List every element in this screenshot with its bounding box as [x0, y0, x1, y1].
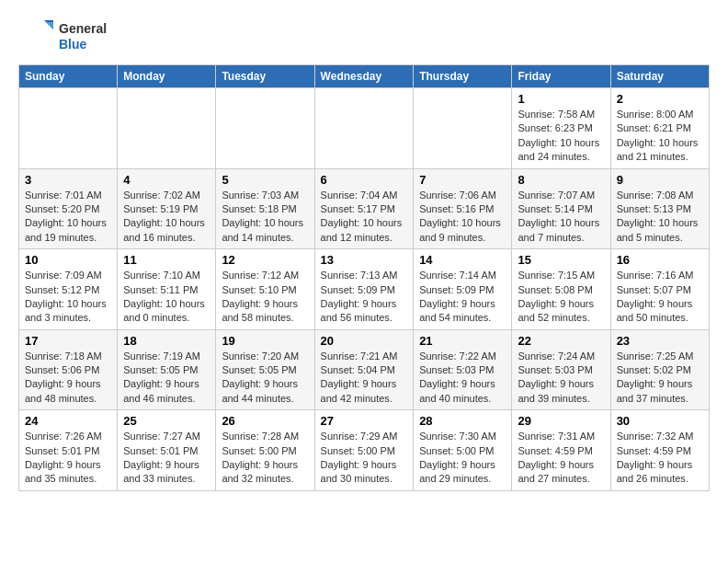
day-number: 7: [419, 173, 506, 187]
calendar-cell: 30Sunrise: 7:32 AMSunset: 4:59 PMDayligh…: [610, 410, 709, 491]
calendar-cell: 21Sunrise: 7:22 AMSunset: 5:03 PMDayligh…: [414, 329, 512, 410]
day-number: 23: [617, 334, 703, 348]
calendar-cell: 12Sunrise: 7:12 AMSunset: 5:10 PMDayligh…: [216, 249, 314, 330]
day-number: 8: [518, 173, 604, 187]
calendar-cell: 20Sunrise: 7:21 AMSunset: 5:04 PMDayligh…: [314, 329, 414, 410]
weekday-header-monday: Monday: [118, 65, 216, 88]
calendar-cell: [19, 88, 118, 169]
calendar-cell: 1Sunrise: 7:58 AMSunset: 6:23 PMDaylight…: [512, 88, 610, 169]
day-number: 15: [518, 253, 604, 267]
svg-marker-1: [46, 22, 53, 29]
calendar-cell: 7Sunrise: 7:06 AMSunset: 5:16 PMDaylight…: [414, 168, 512, 249]
day-info: Sunrise: 7:04 AMSunset: 5:17 PMDaylight:…: [321, 189, 408, 246]
day-info: Sunrise: 7:18 AMSunset: 5:06 PMDaylight:…: [25, 350, 111, 407]
day-info: Sunrise: 7:30 AMSunset: 5:00 PMDaylight:…: [419, 430, 506, 487]
weekday-header-tuesday: Tuesday: [216, 65, 314, 88]
calendar-cell: 9Sunrise: 7:08 AMSunset: 5:13 PMDaylight…: [610, 168, 709, 249]
calendar-cell: 22Sunrise: 7:24 AMSunset: 5:03 PMDayligh…: [512, 329, 610, 410]
day-info: Sunrise: 7:15 AMSunset: 5:08 PMDaylight:…: [518, 269, 604, 326]
calendar-cell: 3Sunrise: 7:01 AMSunset: 5:20 PMDaylight…: [19, 168, 118, 249]
logo-blue: Blue: [59, 37, 86, 52]
day-info: Sunrise: 7:13 AMSunset: 5:09 PMDaylight:…: [321, 269, 408, 326]
calendar-cell: 25Sunrise: 7:27 AMSunset: 5:01 PMDayligh…: [118, 410, 216, 491]
day-number: 18: [123, 334, 210, 348]
calendar-cell: 17Sunrise: 7:18 AMSunset: 5:06 PMDayligh…: [19, 329, 118, 410]
day-number: 30: [617, 414, 703, 428]
day-number: 10: [25, 253, 111, 267]
day-info: Sunrise: 7:03 AMSunset: 5:18 PMDaylight:…: [222, 189, 308, 246]
day-info: Sunrise: 7:19 AMSunset: 5:05 PMDaylight:…: [123, 350, 210, 407]
day-number: 9: [617, 173, 703, 187]
day-info: Sunrise: 7:28 AMSunset: 5:00 PMDaylight:…: [222, 430, 308, 487]
day-number: 19: [222, 334, 308, 348]
day-number: 29: [518, 414, 604, 428]
calendar-week-row: 3Sunrise: 7:01 AMSunset: 5:20 PMDaylight…: [19, 168, 710, 249]
weekday-header-friday: Friday: [512, 65, 610, 88]
day-info: Sunrise: 7:31 AMSunset: 4:59 PMDaylight:…: [518, 430, 604, 487]
logo-general: General: [59, 21, 107, 36]
calendar-cell: 13Sunrise: 7:13 AMSunset: 5:09 PMDayligh…: [314, 249, 414, 330]
day-info: Sunrise: 7:27 AMSunset: 5:01 PMDaylight:…: [123, 430, 210, 487]
logo-text-block: General Blue: [59, 21, 107, 52]
day-number: 24: [25, 414, 111, 428]
calendar-cell: 24Sunrise: 7:26 AMSunset: 5:01 PMDayligh…: [19, 410, 118, 491]
day-info: Sunrise: 7:07 AMSunset: 5:14 PMDaylight:…: [518, 189, 604, 246]
day-number: 21: [419, 334, 506, 348]
calendar-cell: 26Sunrise: 7:28 AMSunset: 5:00 PMDayligh…: [216, 410, 314, 491]
calendar-cell: 5Sunrise: 7:03 AMSunset: 5:18 PMDaylight…: [216, 168, 314, 249]
day-info: Sunrise: 7:25 AMSunset: 5:02 PMDaylight:…: [617, 350, 703, 407]
day-info: Sunrise: 7:29 AMSunset: 5:00 PMDaylight:…: [321, 430, 408, 487]
day-info: Sunrise: 7:02 AMSunset: 5:19 PMDaylight:…: [123, 189, 210, 246]
day-number: 27: [321, 414, 408, 428]
calendar-cell: 4Sunrise: 7:02 AMSunset: 5:19 PMDaylight…: [118, 168, 216, 249]
day-info: Sunrise: 7:16 AMSunset: 5:07 PMDaylight:…: [617, 269, 703, 326]
day-number: 11: [123, 253, 210, 267]
weekday-header-row: SundayMondayTuesdayWednesdayThursdayFrid…: [19, 65, 710, 88]
calendar-cell: 8Sunrise: 7:07 AMSunset: 5:14 PMDaylight…: [512, 168, 610, 249]
day-number: 25: [123, 414, 210, 428]
day-info: Sunrise: 7:26 AMSunset: 5:01 PMDaylight:…: [25, 430, 111, 487]
day-info: Sunrise: 7:12 AMSunset: 5:10 PMDaylight:…: [222, 269, 308, 326]
day-info: Sunrise: 7:24 AMSunset: 5:03 PMDaylight:…: [518, 350, 604, 407]
calendar-cell: 23Sunrise: 7:25 AMSunset: 5:02 PMDayligh…: [610, 329, 709, 410]
day-info: Sunrise: 7:14 AMSunset: 5:09 PMDaylight:…: [419, 269, 506, 326]
calendar-cell: 11Sunrise: 7:10 AMSunset: 5:11 PMDayligh…: [118, 249, 216, 330]
day-info: Sunrise: 8:00 AMSunset: 6:21 PMDaylight:…: [617, 108, 703, 165]
calendar-cell: 29Sunrise: 7:31 AMSunset: 4:59 PMDayligh…: [512, 410, 610, 491]
calendar-cell: 27Sunrise: 7:29 AMSunset: 5:00 PMDayligh…: [314, 410, 414, 491]
weekday-header-wednesday: Wednesday: [314, 65, 414, 88]
header: General Blue: [18, 18, 710, 55]
calendar-cell: 16Sunrise: 7:16 AMSunset: 5:07 PMDayligh…: [610, 249, 709, 330]
day-info: Sunrise: 7:09 AMSunset: 5:12 PMDaylight:…: [25, 269, 111, 326]
calendar-cell: 14Sunrise: 7:14 AMSunset: 5:09 PMDayligh…: [414, 249, 512, 330]
calendar-cell: 28Sunrise: 7:30 AMSunset: 5:00 PMDayligh…: [414, 410, 512, 491]
calendar-week-row: 24Sunrise: 7:26 AMSunset: 5:01 PMDayligh…: [19, 410, 710, 491]
day-info: Sunrise: 7:10 AMSunset: 5:11 PMDaylight:…: [123, 269, 210, 326]
day-number: 4: [123, 173, 210, 187]
day-number: 22: [518, 334, 604, 348]
day-info: Sunrise: 7:08 AMSunset: 5:13 PMDaylight:…: [617, 189, 703, 246]
logo: General Blue: [18, 18, 107, 55]
calendar-cell: [118, 88, 216, 169]
day-info: Sunrise: 7:58 AMSunset: 6:23 PMDaylight:…: [518, 108, 604, 165]
calendar-cell: 10Sunrise: 7:09 AMSunset: 5:12 PMDayligh…: [19, 249, 118, 330]
day-number: 20: [321, 334, 408, 348]
calendar-cell: 18Sunrise: 7:19 AMSunset: 5:05 PMDayligh…: [118, 329, 216, 410]
calendar-week-row: 17Sunrise: 7:18 AMSunset: 5:06 PMDayligh…: [19, 329, 710, 410]
day-number: 28: [419, 414, 506, 428]
calendar-cell: 15Sunrise: 7:15 AMSunset: 5:08 PMDayligh…: [512, 249, 610, 330]
day-number: 3: [25, 173, 111, 187]
calendar-week-row: 1Sunrise: 7:58 AMSunset: 6:23 PMDaylight…: [19, 88, 710, 169]
day-number: 6: [321, 173, 408, 187]
day-number: 5: [222, 173, 308, 187]
day-number: 26: [222, 414, 308, 428]
calendar-table: SundayMondayTuesdayWednesdayThursdayFrid…: [18, 64, 710, 491]
day-info: Sunrise: 7:06 AMSunset: 5:16 PMDaylight:…: [419, 189, 506, 246]
weekday-header-sunday: Sunday: [19, 65, 118, 88]
weekday-header-thursday: Thursday: [414, 65, 512, 88]
day-number: 13: [321, 253, 408, 267]
logo-svg: [18, 18, 55, 55]
calendar-cell: 2Sunrise: 8:00 AMSunset: 6:21 PMDaylight…: [610, 88, 709, 169]
day-number: 16: [617, 253, 703, 267]
day-info: Sunrise: 7:32 AMSunset: 4:59 PMDaylight:…: [617, 430, 703, 487]
